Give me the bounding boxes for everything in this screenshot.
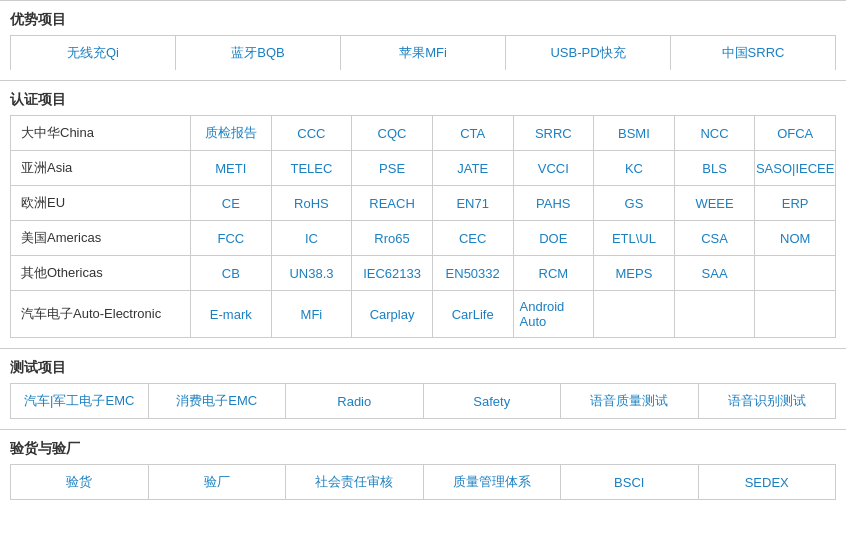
row-cells-0: 质检报告 CCC CQC CTA SRRC BSMI NCC OFCA [191,116,835,150]
test-item-5[interactable]: 语音识别测试 [699,384,836,418]
insp-item-1[interactable]: 验厂 [149,465,287,499]
cert-cell [755,291,835,337]
cert-cell[interactable]: SASO|IECEE [755,151,835,185]
insp-item-3[interactable]: 质量管理体系 [424,465,562,499]
cert-cell[interactable]: CQC [352,116,433,150]
cert-cell[interactable]: ERP [755,186,835,220]
cert-cell[interactable]: CarLife [433,291,514,337]
insp-item-5[interactable]: SEDEX [699,465,836,499]
row-label-4: 其他Othericas [11,256,191,290]
cert-cell[interactable]: IEC62133 [352,256,433,290]
cert-cell [675,291,756,337]
test-item-1[interactable]: 消费电子EMC [149,384,287,418]
cert-cell[interactable]: DOE [514,221,595,255]
row-cells-4: CB UN38.3 IEC62133 EN50332 RCM MEPS SAA [191,256,835,290]
cert-cell[interactable]: CB [191,256,272,290]
advantages-row: 无线充Qi 蓝牙BQB 苹果MFi USB-PD快充 中国SRRC [10,35,836,70]
inspection-section: 验货与验厂 验货 验厂 社会责任审核 质量管理体系 BSCI SEDEX [0,429,846,500]
cert-cell[interactable]: OFCA [755,116,835,150]
cert-cell[interactable]: SRRC [514,116,595,150]
cert-cell[interactable]: BLS [675,151,756,185]
testing-title: 测试项目 [10,355,836,383]
cert-cell[interactable]: PSE [352,151,433,185]
cert-cell[interactable]: MFi [272,291,353,337]
cert-cell[interactable]: BSMI [594,116,675,150]
inspection-title: 验货与验厂 [10,436,836,464]
cert-cell[interactable]: CEC [433,221,514,255]
test-item-2[interactable]: Radio [286,384,424,418]
table-row: 美国Americas FCC IC Rro65 CEC DOE ETL\UL C… [10,220,836,255]
advantage-item-0[interactable]: 无线充Qi [11,36,176,70]
cert-cell[interactable]: CTA [433,116,514,150]
cert-cell[interactable]: WEEE [675,186,756,220]
row-label-3: 美国Americas [11,221,191,255]
cert-cell[interactable]: EN71 [433,186,514,220]
testing-section: 测试项目 汽车|军工电子EMC 消费电子EMC Radio Safety 语音质… [0,348,846,419]
row-label-0: 大中华China [11,116,191,150]
cert-cell [755,256,835,290]
insp-item-2[interactable]: 社会责任审核 [286,465,424,499]
cert-cell[interactable]: EN50332 [433,256,514,290]
test-item-4[interactable]: 语音质量测试 [561,384,699,418]
insp-item-4[interactable]: BSCI [561,465,699,499]
cert-cell[interactable]: RoHS [272,186,353,220]
cert-cell[interactable]: SAA [675,256,756,290]
test-item-3[interactable]: Safety [424,384,562,418]
cert-cell[interactable]: NOM [755,221,835,255]
inspection-row: 验货 验厂 社会责任审核 质量管理体系 BSCI SEDEX [10,464,836,500]
row-cells-3: FCC IC Rro65 CEC DOE ETL\UL CSA NOM [191,221,835,255]
cert-cell[interactable]: NCC [675,116,756,150]
test-item-0[interactable]: 汽车|军工电子EMC [11,384,149,418]
cert-cell[interactable]: FCC [191,221,272,255]
cert-cell[interactable]: E-mark [191,291,272,337]
cert-cell[interactable]: REACH [352,186,433,220]
cert-cell[interactable]: KC [594,151,675,185]
cert-cell[interactable]: UN38.3 [272,256,353,290]
advantage-item-1[interactable]: 蓝牙BQB [176,36,341,70]
cert-cell[interactable]: ETL\UL [594,221,675,255]
table-row: 大中华China 质检报告 CCC CQC CTA SRRC BSMI NCC … [10,115,836,150]
table-row: 欧洲EU CE RoHS REACH EN71 PAHS GS WEEE ERP [10,185,836,220]
cert-cell[interactable]: CSA [675,221,756,255]
cert-cell[interactable]: PAHS [514,186,595,220]
cert-cell [594,291,675,337]
table-row: 其他Othericas CB UN38.3 IEC62133 EN50332 R… [10,255,836,290]
advantage-item-2[interactable]: 苹果MFi [341,36,506,70]
cert-cell[interactable]: IC [272,221,353,255]
cert-cell[interactable]: TELEC [272,151,353,185]
certifications-title: 认证项目 [10,87,836,115]
cert-cell[interactable]: GS [594,186,675,220]
certifications-table: 大中华China 质检报告 CCC CQC CTA SRRC BSMI NCC … [10,115,836,338]
cert-cell[interactable]: MEPS [594,256,675,290]
advantages-section: 优势项目 无线充Qi 蓝牙BQB 苹果MFi USB-PD快充 中国SRRC [0,0,846,70]
cert-cell[interactable]: Rro65 [352,221,433,255]
cert-cell[interactable]: Carplay [352,291,433,337]
table-row: 汽车电子Auto-Electronic E-mark MFi Carplay C… [10,290,836,338]
cert-cell[interactable]: VCCI [514,151,595,185]
certifications-section: 认证项目 大中华China 质检报告 CCC CQC CTA SRRC BSMI… [0,80,846,338]
cert-cell[interactable]: Android Auto [514,291,595,337]
advantage-item-4[interactable]: 中国SRRC [671,36,835,70]
advantage-item-3[interactable]: USB-PD快充 [506,36,671,70]
cert-cell[interactable]: CE [191,186,272,220]
cert-cell[interactable]: 质检报告 [191,116,272,150]
cert-cell[interactable]: METI [191,151,272,185]
cert-cell[interactable]: JATE [433,151,514,185]
row-cells-5: E-mark MFi Carplay CarLife Android Auto [191,291,835,337]
row-cells-2: CE RoHS REACH EN71 PAHS GS WEEE ERP [191,186,835,220]
row-label-5: 汽车电子Auto-Electronic [11,291,191,337]
testing-row: 汽车|军工电子EMC 消费电子EMC Radio Safety 语音质量测试 语… [10,383,836,419]
row-label-1: 亚洲Asia [11,151,191,185]
cert-cell[interactable]: CCC [272,116,353,150]
table-row: 亚洲Asia METI TELEC PSE JATE VCCI KC BLS S… [10,150,836,185]
row-label-2: 欧洲EU [11,186,191,220]
row-cells-1: METI TELEC PSE JATE VCCI KC BLS SASO|IEC… [191,151,835,185]
cert-cell[interactable]: RCM [514,256,595,290]
advantages-title: 优势项目 [10,7,836,35]
insp-item-0[interactable]: 验货 [11,465,149,499]
